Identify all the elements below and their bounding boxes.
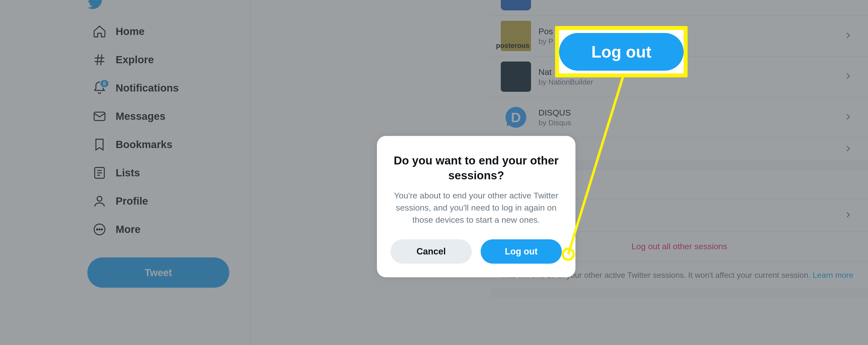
sidebar-item-label: Explore <box>116 54 154 66</box>
modal-body: You're about to end your other active Tw… <box>391 189 562 226</box>
sidebar-item-notifications[interactable]: 8 Notifications <box>87 74 250 102</box>
chevron-right-icon <box>843 210 853 221</box>
app-name: Pos <box>538 27 553 36</box>
chevron-right-icon <box>843 31 853 41</box>
twitter-logo[interactable] <box>87 0 250 18</box>
sidebar-item-label: Notifications <box>116 82 179 94</box>
notification-badge: 8 <box>100 80 109 88</box>
sidebar-item-label: Lists <box>116 167 140 179</box>
app-row-disqus[interactable]: D DISQUS by Disqus <box>491 97 868 138</box>
chevron-right-icon <box>843 112 853 123</box>
cancel-button[interactable]: Cancel <box>391 239 472 264</box>
svg-rect-0 <box>94 112 105 121</box>
list-icon <box>92 166 107 180</box>
sidebar-item-label: Messages <box>116 111 165 122</box>
chevron-right-icon <box>843 0 853 1</box>
end-sessions-modal: Do you want to end your other sessions? … <box>377 136 576 277</box>
annotation-logout-highlight: Log out <box>555 26 688 77</box>
profile-icon <box>92 194 107 208</box>
annotation-logout-pill: Log out <box>559 33 684 71</box>
bell-icon: 8 <box>92 81 107 95</box>
svg-point-5 <box>99 229 100 230</box>
app-by: by P <box>538 37 553 45</box>
app-row-mashable[interactable]: m by Mashable <box>491 0 868 16</box>
app-thumb <box>501 62 531 92</box>
tweet-button[interactable]: Tweet <box>87 257 229 288</box>
more-icon <box>92 222 107 237</box>
sidebar-item-explore[interactable]: Explore <box>87 45 250 74</box>
app-thumb: D <box>501 102 531 132</box>
sidebar-item-label: Profile <box>116 195 148 207</box>
mail-icon <box>92 109 107 124</box>
app-thumb: posterous <box>501 21 531 51</box>
hashtag-icon <box>92 53 107 67</box>
app-thumb: m <box>501 0 531 10</box>
modal-heading: Do you want to end your other sessions? <box>391 153 562 183</box>
section-divider <box>491 288 868 297</box>
chevron-right-icon <box>843 144 853 155</box>
chevron-right-icon <box>843 71 853 82</box>
app-by: by NationBuilder <box>538 78 593 86</box>
svg-point-4 <box>96 229 98 230</box>
sidebar-item-label: Home <box>116 26 145 37</box>
bookmark-icon <box>92 137 107 152</box>
learn-more-link[interactable]: Learn more <box>813 271 854 280</box>
sidebar-item-messages[interactable]: Messages <box>87 102 250 130</box>
app-by: by Disqus <box>538 119 571 127</box>
sidebar-item-label: More <box>116 223 141 236</box>
svg-point-6 <box>101 229 102 230</box>
sidebar-item-bookmarks[interactable]: Bookmarks <box>87 130 250 159</box>
svg-point-2 <box>97 196 102 201</box>
sidebar-item-home[interactable]: Home <box>87 18 250 45</box>
sidebar-item-lists[interactable]: Lists <box>87 159 250 187</box>
app-name: DISQUS <box>538 108 571 118</box>
sidebar: Home Explore 8 Notifications Messages <box>0 0 251 345</box>
sidebar-item-profile[interactable]: Profile <box>87 187 250 215</box>
home-icon <box>92 24 107 39</box>
log-out-button[interactable]: Log out <box>480 239 562 264</box>
sidebar-item-more[interactable]: More <box>87 215 250 244</box>
sidebar-item-label: Bookmarks <box>116 139 173 151</box>
